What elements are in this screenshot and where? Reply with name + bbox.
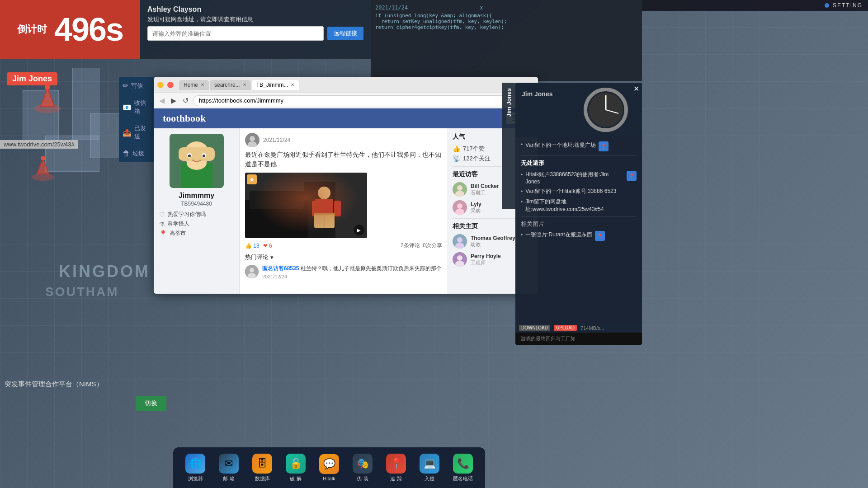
svg-point-14 <box>203 155 205 157</box>
svg-point-39 <box>457 237 462 243</box>
post-avatar <box>245 133 259 147</box>
taskbar-item-入侵[interactable]: 💻 入侵 <box>416 454 443 482</box>
toothbook-header: toothbook 登录 <box>154 108 538 128</box>
like-area: 👍 13 ❤ 6 <box>245 243 272 249</box>
browser-min-btn[interactable] <box>157 82 164 88</box>
svg-rect-25 <box>334 201 341 216</box>
rss-icon: 📡 <box>453 155 460 162</box>
bullet-1: • Hitalk账户338866523的使用者:Jim Jones 📍 <box>521 171 637 185</box>
svg-rect-27 <box>314 213 335 215</box>
email-trash[interactable]: 🗑 垃圾 <box>119 145 155 162</box>
commenter-avatar <box>245 265 259 278</box>
download-badge: DOWNLOAD <box>519 325 550 331</box>
invisible-title: 无处遁形 <box>521 159 637 167</box>
email-sent[interactable]: 📤 已发送 <box>119 120 155 145</box>
like-btn[interactable]: 👍 13 <box>245 243 259 249</box>
svg-rect-21 <box>250 191 304 209</box>
taskbar-icon: 🌐 <box>185 454 205 474</box>
star-badge: ★ <box>247 174 257 184</box>
dislike-btn[interactable]: ❤ 6 <box>263 243 272 249</box>
taskbar-item-匿名电话[interactable]: 📞 匿名电话 <box>449 454 476 482</box>
email-compose[interactable]: ✏ 写信 <box>119 77 155 94</box>
browser-close-btn[interactable] <box>167 82 174 88</box>
visitor-lyly-avatar <box>453 200 467 215</box>
email-inbox-label: 收信箱 <box>134 99 151 115</box>
tab-home[interactable]: Home ✕ <box>179 80 209 90</box>
svg-point-33 <box>457 185 462 191</box>
svg-point-30 <box>250 268 254 272</box>
browser-content: toothbook 登录 <box>154 108 538 294</box>
tab-tb-close[interactable]: ✕ <box>291 82 294 87</box>
location-section: • Van留下的一个地址:兹曼广场 📍 <box>521 141 637 151</box>
taskbar-item-数据库[interactable]: 🗄 数据库 <box>249 454 276 482</box>
map-text-kingdom: KINGDOM <box>59 262 150 281</box>
sent-icon: 📤 <box>123 128 132 137</box>
explosion-remote-btn[interactable]: 远程链接 <box>327 27 363 40</box>
tab-search-label: searchre... <box>214 82 240 88</box>
taskbar-icon: 🗄 <box>252 454 272 474</box>
taskbar-label: 邮 箱 <box>223 475 234 482</box>
explosion-panel: Ashley Clayson 发现可疑网盘地址，请立即调查有用信息 远程链接 <box>140 0 371 59</box>
hot-comments-label[interactable]: 热门评论 ▾ <box>245 253 442 261</box>
taskbar-item-伪-装[interactable]: 🎭 伪 装 <box>349 454 376 482</box>
taskbar-label: 破 解 <box>290 475 301 482</box>
final-text: 游戏的最终回归与工厂知 <box>515 333 642 345</box>
taskbar: 🌐 浏览器 ✉ 邮 箱 🗄 数据库 🔓 破 解 💬 Hitalk 🎭 伪 装 📍… <box>173 447 485 488</box>
switch-btn[interactable]: 切换 <box>136 396 166 411</box>
taskbar-label: 伪 装 <box>357 475 368 482</box>
svg-rect-19 <box>304 182 335 238</box>
thumbs-up-icon: 👍 <box>453 145 460 152</box>
tag-icon: ⚗ <box>159 221 165 228</box>
bullet1-icon-btn[interactable]: 📍 <box>627 171 637 181</box>
email-inbox[interactable]: 📧 收信箱 <box>119 94 155 120</box>
tab-tb[interactable]: TB_Jimmm... ✕ <box>252 80 299 90</box>
tab-search-close[interactable]: ✕ <box>243 82 246 87</box>
twodrive-label: www.twodrive.com/25w43# <box>0 140 78 149</box>
jim-jones-marker <box>29 84 66 122</box>
svg-point-36 <box>457 203 462 209</box>
taskbar-item-破-解[interactable]: 🔓 破 解 <box>282 454 309 482</box>
post-meta: 2021/12/24 <box>245 133 442 147</box>
nav-back-btn[interactable]: ◀ <box>157 96 166 105</box>
trash-icon: 🗑 <box>123 150 130 158</box>
taskbar-icon: 🎭 <box>353 454 373 474</box>
tab-home-close[interactable]: ✕ <box>201 82 204 87</box>
svg-marker-4 <box>37 159 49 174</box>
tab-home-label: Home <box>184 82 198 88</box>
taskbar-icon: 💬 <box>319 454 339 474</box>
svg-rect-23 <box>315 199 333 224</box>
nav-forward-btn[interactable]: ▶ <box>169 96 178 105</box>
svg-point-3 <box>32 174 54 181</box>
countdown-label: 倒计时 <box>17 23 47 36</box>
svg-text:Jim Jones: Jim Jones <box>522 90 553 98</box>
taskbar-item-浏览器[interactable]: 🌐 浏览器 <box>182 454 209 482</box>
divider <box>521 155 637 155</box>
profile-name: Jimmmmy <box>159 192 234 200</box>
taskbar-item-追-踪[interactable]: 📍 追 踪 <box>382 454 410 482</box>
taskbar-item-邮-箱[interactable]: ✉ 邮 箱 <box>215 454 242 482</box>
inbox-icon: 📧 <box>123 103 132 112</box>
taskbar-label: 入侵 <box>425 475 434 482</box>
download-size: 714MB/s... <box>580 325 604 331</box>
right-panel-close-btn[interactable]: ✕ <box>633 84 639 93</box>
nav-reload-btn[interactable]: ↺ <box>181 96 190 105</box>
tab-search[interactable]: searchre... ✕ <box>210 80 251 90</box>
svg-rect-26 <box>314 213 335 228</box>
chevron-down-icon: ▾ <box>270 254 274 261</box>
profile-tag: ⚗ 科学怪人 <box>159 220 234 228</box>
profile-tag-text: 科学怪人 <box>168 220 189 228</box>
setting-dot <box>825 3 829 8</box>
countdown-value: 496s <box>54 11 123 48</box>
location-map-btn[interactable]: 📍 <box>599 141 609 151</box>
taskbar-icon: 🔓 <box>286 454 306 474</box>
location-icon: 📍 <box>159 230 167 237</box>
url-bar[interactable] <box>193 95 534 106</box>
tab-tb-label: TB_Jimmm... <box>256 82 288 88</box>
image-map-btn[interactable]: 📍 <box>595 231 605 241</box>
setting-label[interactable]: SETTING <box>833 2 863 9</box>
svg-point-13 <box>188 155 191 157</box>
explosion-input[interactable] <box>147 26 324 41</box>
taskbar-item-Hitalk[interactable]: 💬 Hitalk <box>316 454 343 481</box>
play-btn[interactable]: ▶ <box>354 225 364 235</box>
email-sidebar: adm... ✏ 写信 📧 收信箱 📤 已发送 🗑 垃圾 <box>119 77 155 162</box>
